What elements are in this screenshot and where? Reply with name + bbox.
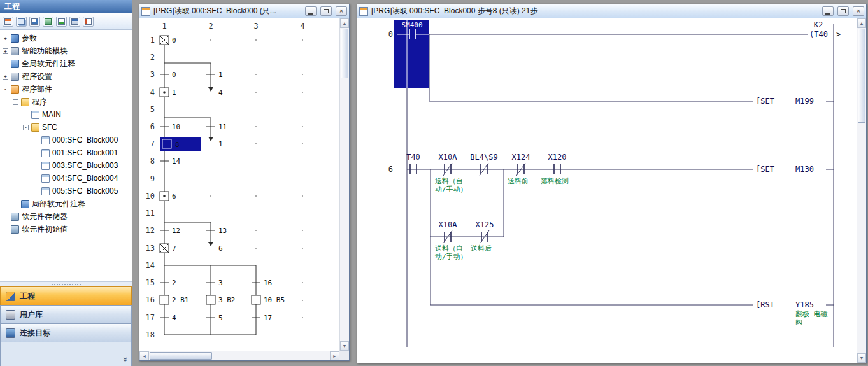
scrollbar-corner <box>339 351 349 360</box>
collapse-icon[interactable]: - <box>13 99 18 105</box>
copy-icon[interactable] <box>16 17 27 27</box>
nav-project-button[interactable]: 工程 <box>0 286 132 305</box>
comment-x10a-branch: 送料（自 <box>435 244 463 253</box>
expand-icon[interactable]: + <box>3 74 8 80</box>
svg-text:8: 8 <box>150 157 155 165</box>
library-icon <box>6 310 15 320</box>
device-comment-icon[interactable] <box>43 17 53 27</box>
tree-item-local-device-comment[interactable]: 局部软元件注释 <box>0 197 132 210</box>
tree-item-sfc[interactable]: -SFC <box>0 121 132 134</box>
setting-icon <box>11 73 19 81</box>
more-panels-chevron-icon[interactable]: » <box>121 357 131 362</box>
scroll-thumb[interactable] <box>858 29 865 123</box>
project-panel: 工程 +参数 +智能功能模块 全局软元件注释 +程序设置 -程序部件 -程序 M… <box>0 0 132 366</box>
scroll-down-button[interactable]: ▼ <box>857 353 866 363</box>
nav-user-library-button[interactable]: 用户库 <box>0 305 132 323</box>
scroll-thumb[interactable] <box>150 352 212 360</box>
verify-icon[interactable] <box>56 17 67 27</box>
tree-item-device-memory[interactable]: 软元件存储器 <box>0 210 132 223</box>
svg-text:1: 1 <box>218 140 223 148</box>
svg-text:6: 6 <box>150 122 155 131</box>
contact-x120: X120 <box>548 153 567 162</box>
restore-icon <box>324 9 329 13</box>
folder-icon <box>21 98 29 106</box>
tree-item-intelligent-function-module[interactable]: +智能功能模块 <box>0 45 132 57</box>
sfc-step-labels: 0 0 1 1 4 10 11 8 1 14 6 12 13 7 <box>172 36 285 322</box>
contact-bl4s9: BL4\S9 <box>470 153 497 162</box>
tree-item-sfc-block003[interactable]: 003:SFC_Block003 <box>0 159 132 172</box>
pou-icon <box>11 85 19 94</box>
contact-x125: X125 <box>476 220 494 229</box>
sfc-window-title-bar[interactable]: [PRG]读取 000:SFC_Block000 (只... × <box>139 4 349 18</box>
svg-text:4: 4 <box>172 314 176 322</box>
tree-item-pou[interactable]: -程序部件 <box>0 83 132 95</box>
svg-text:17: 17 <box>146 313 155 322</box>
set-instruction: [SET <box>756 97 774 106</box>
sort-icon[interactable] <box>69 17 80 27</box>
ladder-canvas[interactable]: 0 SM400 K2 (T40 > <box>357 18 857 363</box>
ladder-vertical-scrollbar[interactable]: ▲ ▼ <box>857 18 866 363</box>
scroll-up-button[interactable]: ▲ <box>857 18 866 28</box>
svg-text:6: 6 <box>172 192 176 201</box>
device-m199: M199 <box>795 97 814 106</box>
sfc-vertical-scrollbar[interactable]: ▲ ▼ <box>339 18 349 351</box>
project-icon <box>6 292 15 301</box>
tree-item-global-device-comment[interactable]: 全局软元件注释 <box>0 57 132 70</box>
nav-footer: » <box>0 342 132 366</box>
svg-text:4: 4 <box>300 22 304 31</box>
scroll-thumb[interactable] <box>341 29 348 78</box>
sfc-horizontal-scrollbar[interactable]: ◄ ► <box>139 351 339 360</box>
tree-item-device-initial-value[interactable]: 软元件初始值 <box>0 223 132 236</box>
nav-connection-button[interactable]: 连接目标 <box>0 323 132 342</box>
project-toolbar <box>0 13 132 30</box>
tree-item-sfc-block004[interactable]: 004:SFC_Block004 <box>0 172 132 185</box>
timer-constant: K2 <box>814 20 823 29</box>
restore-button[interactable] <box>320 6 332 16</box>
connection-icon <box>6 328 15 338</box>
tree-item-parameter[interactable]: +参数 <box>0 32 132 45</box>
tree-item-program-setting[interactable]: +程序设置 <box>0 70 132 83</box>
comment-icon <box>11 60 19 68</box>
minimize-icon <box>308 13 313 15</box>
window-arrange-icon[interactable] <box>83 17 94 27</box>
comment-x120: 落料检测 <box>541 177 569 185</box>
scroll-right-button[interactable]: ► <box>330 351 339 360</box>
svg-text:1: 1 <box>162 22 166 31</box>
expand-icon[interactable]: + <box>3 36 8 41</box>
collapse-icon[interactable]: - <box>3 87 8 92</box>
panel-splitter[interactable] <box>0 281 132 286</box>
tree-item-sfc-block000[interactable]: 000:SFC_Block000 <box>0 134 132 146</box>
ladder-rst-branch: [RST Y185 翻极 电磁 阀 <box>430 300 834 327</box>
minimize-button[interactable] <box>822 6 834 16</box>
svg-text:10: 10 <box>172 123 180 131</box>
collapse-icon[interactable]: - <box>23 125 29 130</box>
svg-text:4: 4 <box>218 88 223 97</box>
svg-text:7: 7 <box>172 244 176 253</box>
tree-item-sfc-block001[interactable]: 001:SFC_Block001 <box>0 146 132 159</box>
ladder-selection-highlight[interactable] <box>394 20 429 88</box>
minimize-button[interactable] <box>305 6 317 16</box>
module-icon <box>11 47 19 55</box>
close-icon: × <box>339 8 343 15</box>
tree-item-main[interactable]: MAIN <box>0 108 132 121</box>
sfc-diagram-canvas[interactable]: 1 2 3 4 1 2 3 4 5 6 7 8 9 <box>139 18 339 352</box>
scroll-left-button[interactable]: ◄ <box>139 351 149 360</box>
arrow-down-icon: ▼ <box>860 356 864 360</box>
paste-icon[interactable] <box>29 17 40 27</box>
device-memory-icon <box>11 213 19 221</box>
svg-text:17: 17 <box>264 314 272 322</box>
tree-item-program[interactable]: -程序 <box>0 95 132 108</box>
scroll-down-button[interactable]: ▼ <box>340 341 349 351</box>
expand-icon[interactable]: + <box>3 48 8 54</box>
device-initial-icon <box>11 225 19 234</box>
scroll-up-button[interactable]: ▲ <box>340 18 349 28</box>
device-m130: M130 <box>795 165 814 174</box>
svg-text:3: 3 <box>150 70 155 79</box>
restore-button[interactable] <box>837 6 849 16</box>
close-button[interactable]: × <box>336 6 347 16</box>
ladder-window-title-bar[interactable]: [PRG]读取 000:SFC_Block000 步号8 (只读) 21步 × <box>357 4 866 18</box>
new-doc-icon[interactable] <box>3 17 13 27</box>
tree-item-sfc-block005[interactable]: 005:SFC_Block005 <box>0 185 132 197</box>
close-button[interactable]: × <box>853 6 864 16</box>
nav-connection-label: 连接目标 <box>20 328 50 339</box>
